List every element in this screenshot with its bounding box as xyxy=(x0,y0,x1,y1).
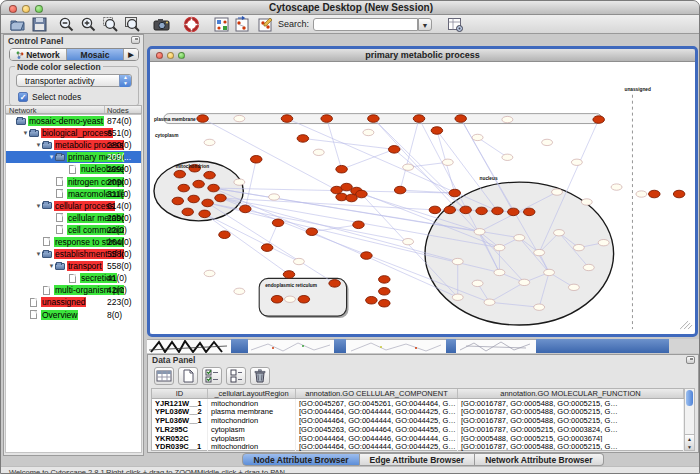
network-node[interactable] xyxy=(234,288,245,294)
network-node[interactable] xyxy=(544,269,555,275)
network-node[interactable] xyxy=(208,184,220,192)
tree-row[interactable]: cell communicat22(0) xyxy=(6,224,141,236)
network-node[interactable] xyxy=(388,146,400,154)
network-node[interactable] xyxy=(571,159,582,165)
table-column-header[interactable]: annotation.GO CELLULAR_COMPONENT xyxy=(296,389,458,398)
table-cell[interactable]: [GO:0016787, GO:0005488, GO:0005215, G… xyxy=(458,399,684,408)
network-node[interactable] xyxy=(472,280,483,286)
tree-row-label[interactable]: unassigned xyxy=(41,297,86,307)
background-window-fragment[interactable] xyxy=(147,339,231,353)
network-node[interactable] xyxy=(455,115,467,123)
network-node[interactable] xyxy=(353,221,365,229)
network-edge[interactable] xyxy=(327,119,342,170)
network-node[interactable] xyxy=(554,230,565,236)
table-row[interactable]: YPL036W__2plasma membrane[GO:0044464, GO… xyxy=(152,407,684,416)
network-node[interactable] xyxy=(484,299,495,305)
background-window-edge[interactable] xyxy=(536,339,669,353)
tree-row[interactable]: ▼biological_process651(0) xyxy=(6,127,141,139)
network-node[interactable] xyxy=(442,159,453,165)
network-node[interactable] xyxy=(492,207,504,215)
network-node[interactable] xyxy=(363,129,374,135)
network-node[interactable] xyxy=(368,115,380,123)
network-node[interactable] xyxy=(429,206,441,214)
save-session-icon[interactable] xyxy=(31,16,48,33)
network-node[interactable] xyxy=(188,195,200,203)
table-cell[interactable]: mitochondrion xyxy=(208,416,296,425)
resize-grip-icon[interactable] xyxy=(688,325,692,329)
network-node[interactable] xyxy=(431,127,443,135)
table-column-header[interactable]: ID xyxy=(152,389,208,398)
filter-icon[interactable] xyxy=(257,16,274,33)
network-node[interactable] xyxy=(336,165,348,173)
network-node[interactable] xyxy=(285,296,296,302)
table-cell[interactable]: [GO:0016787, GO:0005488, GO:0005215, G… xyxy=(458,416,684,425)
network-node[interactable] xyxy=(271,295,283,303)
network-node[interactable] xyxy=(452,258,463,264)
table-cell[interactable]: YDR039C__1 xyxy=(152,442,208,451)
network-node[interactable] xyxy=(306,228,318,236)
disclosure-triangle-icon[interactable]: ▼ xyxy=(35,251,42,257)
tree-row[interactable]: ▼primary metabo209(... xyxy=(6,151,141,163)
background-window-edge[interactable] xyxy=(334,339,346,353)
disclosure-triangle-icon[interactable]: ▼ xyxy=(48,154,55,160)
network-node[interactable] xyxy=(581,199,592,205)
network-node[interactable] xyxy=(215,194,227,202)
table-cell[interactable]: YPL036W__2 xyxy=(152,407,208,416)
tree-row[interactable]: ▼metabolic process280(0) xyxy=(6,139,141,151)
network-node[interactable] xyxy=(283,271,295,279)
attribute-browser-icon[interactable] xyxy=(447,16,464,33)
table-cell[interactable]: [GO:0016787, GO:0005488, GO:0005215, G… xyxy=(458,407,684,416)
scrollbar-thumb[interactable] xyxy=(686,390,693,406)
network-node[interactable] xyxy=(321,115,333,123)
network-node[interactable] xyxy=(356,190,368,198)
network-edge[interactable] xyxy=(245,159,256,209)
tree-row-label[interactable]: biological_process xyxy=(41,128,113,138)
table-cell[interactable]: mitochondrion xyxy=(208,442,296,451)
scrollbar-arrows[interactable]: ▲▼ xyxy=(685,434,694,450)
tree-row-label[interactable]: Overview xyxy=(41,310,78,320)
network-node[interactable] xyxy=(269,194,280,200)
table-row[interactable]: YPL036W__1mitochondrion[GO:0044464, GO:0… xyxy=(152,416,684,425)
table-cell[interactable]: [GO:0016787, GO:0005488, GO:0005215, G… xyxy=(458,442,684,451)
float-data-panel-icon[interactable] xyxy=(686,356,695,364)
tree-row-label[interactable]: mosaic-demo-yeast xyxy=(28,116,104,126)
network-edge[interactable] xyxy=(220,198,457,262)
table-cell[interactable]: [GO:0005488, GO:0005215, GO:0003674] xyxy=(458,434,684,443)
tree-row[interactable]: nitrogen compo209(0) xyxy=(6,175,141,187)
network-node[interactable] xyxy=(197,115,209,123)
network-node[interactable] xyxy=(174,170,186,178)
table-column-header[interactable]: _cellularLayoutRegion xyxy=(208,389,296,398)
network-node[interactable] xyxy=(534,249,545,255)
table-row[interactable]: YJR121W__1mitochondrion[GO:0045267, GO:0… xyxy=(152,399,684,408)
network-node[interactable] xyxy=(219,231,231,239)
table-row[interactable]: YDR039C__1mitochondrion[GO:0044464, GO:0… xyxy=(152,442,684,451)
zoom-out-icon[interactable] xyxy=(58,16,75,33)
network-node[interactable] xyxy=(502,116,513,122)
tree-row-label[interactable]: cellular process xyxy=(54,201,115,211)
network-node[interactable] xyxy=(460,206,472,214)
network-node[interactable] xyxy=(598,239,609,245)
network-node[interactable] xyxy=(568,284,579,290)
network-node[interactable] xyxy=(379,299,391,307)
network-canvas[interactable]: plasma membranecytoplasmmitochondrionnuc… xyxy=(150,62,695,334)
tree-row[interactable]: Overview8(0) xyxy=(6,309,141,321)
zoom-in-icon[interactable] xyxy=(80,16,97,33)
network-node[interactable] xyxy=(514,235,525,241)
new-attribute-icon[interactable] xyxy=(178,367,198,385)
delete-attribute-icon[interactable] xyxy=(250,367,270,385)
network-node[interactable] xyxy=(202,199,214,207)
network-node[interactable] xyxy=(593,116,605,124)
network-node[interactable] xyxy=(182,208,194,216)
background-window-fragment[interactable] xyxy=(248,339,334,353)
tree-row[interactable]: ▼transport558(0) xyxy=(6,260,141,272)
table-cell[interactable]: [GO:0045267, GO:0045261, GO:0044464, G… xyxy=(296,399,458,408)
network-node[interactable] xyxy=(298,295,310,303)
vizmapper-icon[interactable] xyxy=(234,16,251,33)
table-cell[interactable]: [GO:0045263, GO:0044464, GO:0044455, G… xyxy=(296,425,458,434)
tree-row[interactable]: multi-organism pro42(0) xyxy=(6,284,141,296)
network-node[interactable] xyxy=(534,304,545,310)
help-icon[interactable] xyxy=(183,16,200,33)
network-node[interactable] xyxy=(199,210,211,218)
tab-edge-attribute-browser[interactable]: Edge Attribute Browser xyxy=(360,453,476,466)
network-node[interactable] xyxy=(573,244,584,250)
